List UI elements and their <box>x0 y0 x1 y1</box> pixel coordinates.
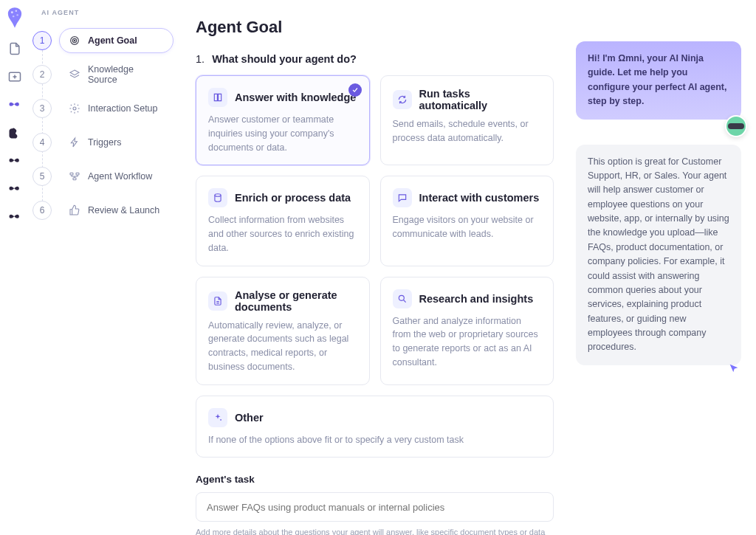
svg-point-2 <box>16 14 18 15</box>
svg-rect-10 <box>76 173 79 175</box>
thumbs-up-icon <box>69 204 80 216</box>
rail-nav-knot3-icon[interactable] <box>7 182 22 196</box>
step-label: Knowledge Source <box>88 64 164 85</box>
doc-icon <box>208 291 227 311</box>
assistant-reply-bubble: This option is great for Customer Suppor… <box>576 145 741 365</box>
rail-nav-muscle-icon[interactable] <box>7 125 22 140</box>
option-other[interactable]: Other If none of the options above fit o… <box>196 396 554 458</box>
step-interaction-setup[interactable]: 3 Interaction Setup <box>32 96 173 121</box>
step-label: Agent Workflow <box>88 171 152 182</box>
assistant-panel: Hi! I'm Ωmni, your AI Ninja guide. Let m… <box>576 0 756 535</box>
target-icon <box>69 35 80 46</box>
step-review-launch[interactable]: 6 Review & Launch <box>32 198 173 223</box>
svg-rect-9 <box>70 173 73 175</box>
cursor-icon <box>728 362 740 374</box>
chat-icon <box>393 188 412 207</box>
option-answer-knowledge[interactable]: Answer with knowledge Answer customer or… <box>196 75 370 165</box>
step-agent-workflow[interactable]: 5 Agent Workflow <box>32 164 173 189</box>
logo-icon <box>7 7 23 28</box>
svg-point-13 <box>399 295 404 300</box>
steps-sidebar: AI AGENT 1 Agent Goal 2 Knowledge Source… <box>30 0 181 535</box>
step-agent-goal[interactable]: 1 Agent Goal <box>32 28 173 53</box>
rail-nav-doc-icon[interactable] <box>7 41 22 56</box>
agent-task-hint: Add more details about the questions you… <box>196 528 554 535</box>
rail-nav-knot-icon[interactable] <box>7 97 22 112</box>
ninja-avatar-icon <box>725 115 747 137</box>
rail-nav-knot2-icon[interactable] <box>7 153 22 168</box>
page-title: Agent Goal <box>196 18 554 37</box>
step-knowledge-source[interactable]: 2 Knowledge Source <box>32 62 173 87</box>
svg-rect-11 <box>73 178 76 180</box>
option-run-tasks[interactable]: Run tasks automatically Send emails, sch… <box>380 75 554 165</box>
svg-point-8 <box>73 107 76 110</box>
gear-icon <box>69 103 80 114</box>
book-icon <box>208 88 227 107</box>
check-icon <box>348 83 362 97</box>
svg-point-12 <box>215 194 221 197</box>
rail-nav-knot4-icon[interactable] <box>7 210 22 224</box>
option-research[interactable]: Research and insights Gather and analyze… <box>380 277 554 385</box>
agent-task-input[interactable] <box>196 492 554 522</box>
option-documents[interactable]: Analyse or generate documents Automatica… <box>196 277 370 385</box>
step-label: Review & Launch <box>88 205 159 215</box>
svg-point-7 <box>74 40 75 41</box>
svg-point-0 <box>11 11 13 13</box>
option-interact-customers[interactable]: Interact with customers Engage visitors … <box>380 176 554 266</box>
main-content: Agent Goal 1. What should your agent do?… <box>181 0 576 535</box>
step-triggers[interactable]: 4 Triggers <box>32 130 173 155</box>
svg-point-14 <box>220 419 221 421</box>
svg-point-3 <box>13 15 14 17</box>
sparkle-icon <box>208 408 227 427</box>
sync-icon <box>393 90 412 109</box>
icon-rail <box>0 0 30 535</box>
agent-task-label: Agent's task <box>196 474 554 485</box>
question-heading: 1. What should your agent do? <box>196 53 554 65</box>
rail-nav-plus-icon[interactable] <box>7 69 22 84</box>
layers-icon <box>69 69 80 80</box>
bolt-icon <box>69 137 80 148</box>
database-icon <box>208 188 227 207</box>
step-label: Interaction Setup <box>88 103 158 114</box>
workflow-icon <box>69 170 80 182</box>
step-label: Triggers <box>88 137 121 148</box>
assistant-intro-bubble: Hi! I'm Ωmni, your AI Ninja guide. Let m… <box>576 41 741 120</box>
option-enrich-data[interactable]: Enrich or process data Collect informati… <box>196 176 370 266</box>
step-label: Agent Goal <box>88 35 137 46</box>
svg-point-1 <box>16 10 18 13</box>
brand-label: AI AGENT <box>41 9 173 16</box>
search-icon <box>393 289 412 308</box>
